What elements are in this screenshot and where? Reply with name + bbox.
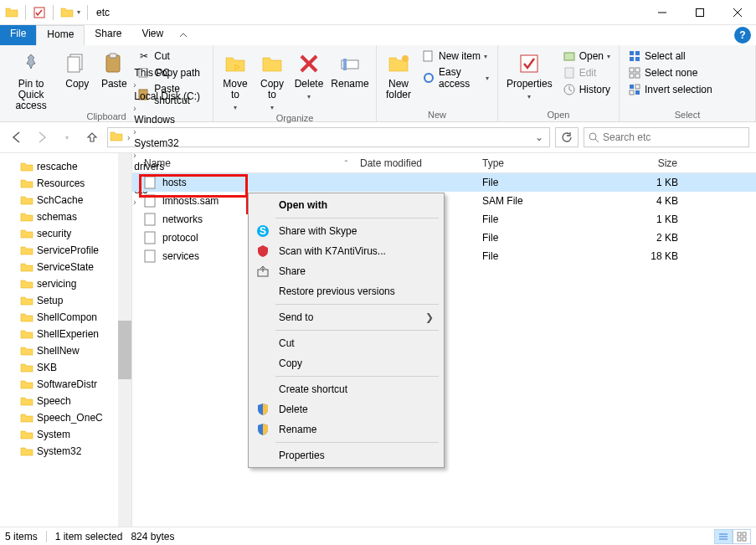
- context-item[interactable]: Share: [250, 261, 442, 281]
- tree-item[interactable]: Speech: [3, 393, 131, 409]
- qat-properties-icon[interactable]: [31, 4, 48, 21]
- file-icon: [144, 194, 157, 208]
- ribbon-tabs: File Home Share View ?: [0, 25, 756, 45]
- tree-item[interactable]: rescache: [3, 158, 131, 175]
- context-item[interactable]: Properties: [250, 445, 442, 465]
- view-details-button[interactable]: [714, 529, 733, 544]
- tree-item-label: ShellCompon: [37, 311, 97, 323]
- tree-item[interactable]: Resources: [3, 175, 131, 192]
- context-item[interactable]: Cut: [250, 333, 442, 353]
- select-all-button[interactable]: Select all: [625, 49, 716, 64]
- address-bar[interactable]: › This PC›Local Disk (C:)›Windows›System…: [107, 127, 550, 147]
- tab-home[interactable]: Home: [36, 25, 85, 45]
- delete-button[interactable]: Delete▾: [292, 47, 326, 102]
- breadcrumb-separator-icon[interactable]: ›: [132, 80, 136, 90]
- tree-item-label: System: [37, 429, 70, 440]
- cut-button[interactable]: ✂Cut: [134, 49, 208, 64]
- context-item[interactable]: Create shortcut: [250, 379, 442, 399]
- tree-scrollbar[interactable]: [118, 153, 131, 527]
- select-none-button[interactable]: Select none: [625, 65, 716, 80]
- breadcrumb-segment[interactable]: This PC: [132, 67, 202, 79]
- col-size[interactable]: Size: [599, 157, 683, 169]
- context-item[interactable]: Rename: [250, 419, 442, 440]
- file-size: 4 KB: [599, 195, 683, 207]
- context-item[interactable]: Open with: [250, 195, 442, 215]
- context-item-label: Scan with K7AntiVirus...: [279, 245, 434, 257]
- column-headers[interactable]: Name⌃ Date modified Type Size: [132, 153, 756, 173]
- move-to-button[interactable]: Move to▾: [219, 47, 252, 113]
- rename-button[interactable]: Rename: [329, 47, 371, 90]
- close-button[interactable]: [718, 0, 756, 25]
- new-folder-button[interactable]: New folder: [382, 47, 415, 100]
- breadcrumb-separator-icon[interactable]: ›: [132, 127, 136, 136]
- tab-file[interactable]: File: [0, 25, 36, 45]
- breadcrumb-segment[interactable]: Local Disk (C:): [132, 90, 202, 102]
- tree-item[interactable]: SKB: [3, 359, 131, 376]
- tree-item-label: SKB: [37, 362, 57, 373]
- file-row[interactable]: hostsFile1 KB: [132, 173, 756, 192]
- tree-item[interactable]: ServiceProfile: [3, 242, 131, 259]
- tree-item-label: security: [37, 228, 71, 239]
- open-button[interactable]: Open ▾: [559, 49, 614, 64]
- file-name: protocol: [162, 232, 198, 244]
- help-button[interactable]: ?: [734, 27, 751, 44]
- svg-rect-18: [521, 55, 537, 72]
- easy-access-button[interactable]: Easy access ▾: [419, 65, 492, 90]
- tab-view[interactable]: View: [131, 25, 173, 45]
- forward-button[interactable]: [32, 127, 52, 147]
- col-date[interactable]: Date modified: [355, 157, 477, 169]
- up-button[interactable]: [82, 127, 102, 147]
- paste-button[interactable]: Paste: [97, 47, 131, 90]
- tree-item[interactable]: System32: [3, 443, 131, 460]
- tab-share[interactable]: Share: [85, 25, 131, 45]
- breadcrumb-segment[interactable]: System32: [132, 137, 202, 149]
- col-type[interactable]: Type: [477, 157, 599, 169]
- context-item[interactable]: Delete: [250, 399, 442, 419]
- tree-item[interactable]: servicing: [3, 275, 131, 292]
- col-name[interactable]: Name⌃: [139, 157, 355, 169]
- qat-dropdown-icon[interactable]: ▾: [77, 8, 80, 16]
- properties-button[interactable]: Properties▾: [503, 47, 556, 102]
- copy-to-button[interactable]: Copy to▾: [255, 47, 289, 113]
- context-item[interactable]: Restore previous versions: [250, 281, 442, 301]
- tree-item[interactable]: security: [3, 225, 131, 242]
- pin-to-quick-access-button[interactable]: Pin to Quick access: [5, 47, 57, 111]
- context-separator: [275, 304, 439, 305]
- breadcrumb-segment[interactable]: Windows: [132, 114, 202, 126]
- copy-button[interactable]: Copy: [60, 47, 94, 90]
- new-item-button[interactable]: New item ▾: [419, 49, 492, 64]
- minimize-button[interactable]: [643, 0, 681, 25]
- scrollbar-thumb[interactable]: [118, 321, 131, 379]
- search-input[interactable]: Search etc: [584, 127, 749, 147]
- context-item[interactable]: Copy: [250, 353, 442, 373]
- context-item[interactable]: Send to❯: [250, 307, 442, 327]
- tree-item[interactable]: schemas: [3, 208, 131, 225]
- maximize-button[interactable]: [681, 0, 718, 25]
- tree-item[interactable]: ShellExperien: [3, 326, 131, 342]
- search-icon: [588, 131, 599, 143]
- tree-item[interactable]: ShellCompon: [3, 309, 131, 326]
- context-item[interactable]: SShare with Skype: [250, 221, 442, 241]
- tree-item[interactable]: Speech_OneC: [3, 409, 131, 426]
- tree-item[interactable]: System: [3, 426, 131, 443]
- ribbon-collapse-icon[interactable]: [173, 25, 193, 45]
- recent-dropdown[interactable]: ▾: [57, 127, 77, 147]
- tree-item[interactable]: SchCache: [3, 192, 131, 208]
- view-large-icons-button[interactable]: [733, 529, 751, 544]
- group-open: Properties▾ Open ▾ Edit History Open: [498, 45, 620, 121]
- context-item-label: Restore previous versions: [279, 285, 434, 297]
- breadcrumb-separator-icon[interactable]: ›: [132, 104, 136, 113]
- history-button[interactable]: History: [559, 82, 614, 97]
- tree-item[interactable]: ServiceState: [3, 259, 131, 275]
- nav-tree[interactable]: rescacheResourcesSchCacheschemassecurity…: [0, 153, 132, 527]
- context-separator: [275, 218, 439, 219]
- tree-item[interactable]: ShellNew: [3, 342, 131, 359]
- refresh-button[interactable]: [555, 127, 579, 147]
- invert-selection-button[interactable]: Invert selection: [625, 82, 716, 97]
- back-button[interactable]: [7, 127, 27, 147]
- tree-item[interactable]: SoftwareDistr: [3, 376, 131, 393]
- address-dropdown-icon[interactable]: ⌄: [531, 131, 548, 143]
- group-select: Select all Select none Invert selection …: [620, 45, 756, 121]
- tree-item[interactable]: Setup: [3, 292, 131, 309]
- context-item[interactable]: Scan with K7AntiVirus...: [250, 241, 442, 261]
